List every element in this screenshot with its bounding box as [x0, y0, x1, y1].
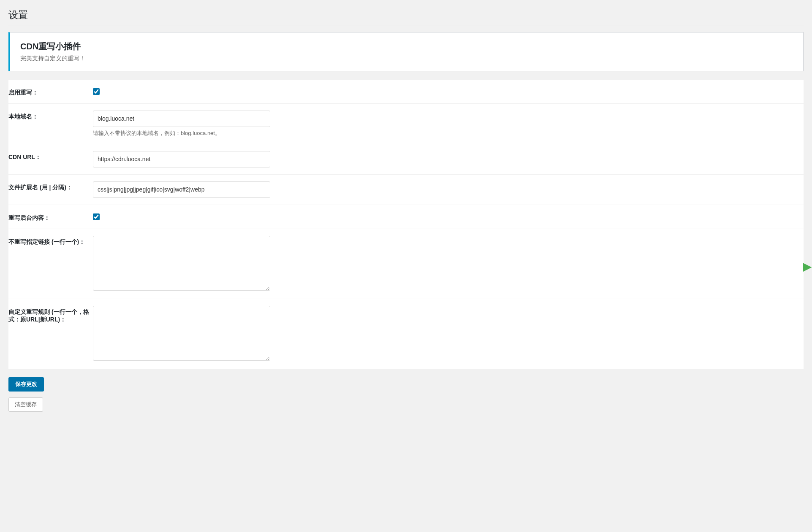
enable-rewrite-field — [93, 86, 304, 95]
rewrite-backend-row: 重写后台内容： — [8, 205, 804, 229]
extensions-row: 文件扩展名 (用 | 分隔)： — [8, 175, 804, 205]
page-title: 设置 — [8, 8, 804, 25]
actions-row: 保存更改 清空缓存 — [8, 377, 804, 412]
cdn-url-row: CDN URL： — [8, 144, 804, 175]
custom-rules-row: 自定义重写规则 (一行一个，格式：原URL|新URL)： — [8, 299, 804, 369]
custom-rules-label: 自定义重写规则 (一行一个，格式：原URL|新URL)： — [8, 306, 93, 324]
right-arrow-icon: ▶ — [803, 259, 812, 273]
local-domain-label: 本地域名： — [8, 111, 93, 121]
settings-form: 启用重写： 本地域名： 请输入不带协议的本地域名，例如：blog.luoca.n… — [8, 80, 804, 369]
extensions-label: 文件扩展名 (用 | 分隔)： — [8, 181, 93, 192]
cdn-url-field — [93, 151, 304, 167]
local-domain-row: 本地域名： 请输入不带协议的本地域名，例如：blog.luoca.net。 — [8, 104, 804, 144]
plugin-card: CDN重写小插件 完美支持自定义的重写！ — [8, 32, 804, 71]
exclude-links-textarea[interactable] — [93, 236, 270, 291]
enable-rewrite-checkbox-wrapper — [93, 86, 304, 95]
rewrite-backend-checkbox[interactable] — [93, 213, 100, 220]
local-domain-input[interactable] — [93, 111, 270, 127]
rewrite-backend-field — [93, 212, 304, 220]
exclude-links-row: 不重写指定链接 (一行一个)： — [8, 229, 804, 299]
enable-rewrite-row: 启用重写： — [8, 80, 804, 104]
local-domain-field: 请输入不带协议的本地域名，例如：blog.luoca.net。 — [93, 111, 304, 137]
clear-cache-button[interactable]: 清空缓存 — [8, 397, 43, 412]
rewrite-backend-label: 重写后台内容： — [8, 212, 93, 222]
rewrite-backend-checkbox-wrapper — [93, 212, 304, 220]
plugin-subtitle: 完美支持自定义的重写！ — [20, 55, 793, 62]
custom-rules-textarea[interactable] — [93, 306, 270, 361]
save-button[interactable]: 保存更改 — [8, 377, 44, 392]
cdn-url-label: CDN URL： — [8, 151, 93, 161]
clear-cache-group: 清空缓存 — [8, 397, 804, 412]
custom-rules-field — [93, 306, 304, 362]
enable-rewrite-label: 启用重写： — [8, 86, 93, 97]
save-group: 保存更改 — [8, 377, 804, 392]
exclude-links-label: 不重写指定链接 (一行一个)： — [8, 236, 93, 246]
extensions-field — [93, 181, 304, 198]
local-domain-hint: 请输入不带协议的本地域名，例如：blog.luoca.net。 — [93, 130, 304, 137]
extensions-input[interactable] — [93, 181, 270, 198]
cdn-url-input[interactable] — [93, 151, 270, 167]
exclude-links-field — [93, 236, 304, 292]
enable-rewrite-checkbox[interactable] — [93, 88, 100, 95]
plugin-title: CDN重写小插件 — [20, 41, 793, 52]
